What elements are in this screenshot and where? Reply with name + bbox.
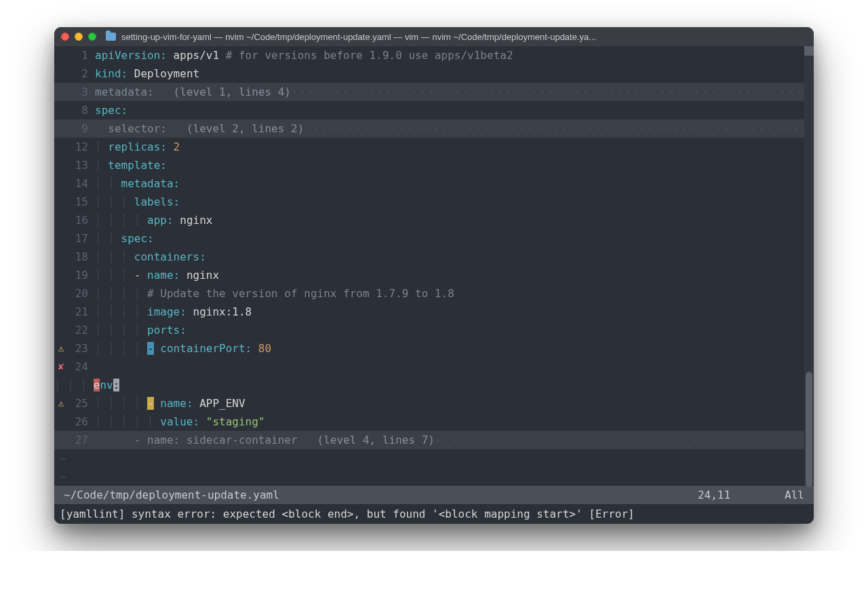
- code-line[interactable]: 26 ┊ ┊ ┊ ┊ ┊ value: "staging": [54, 413, 814, 431]
- line-number: 19: [68, 266, 95, 284]
- error-icon: ✘: [54, 358, 68, 376]
- code-line[interactable]: 15 ┊ ┊ ┊ labels:: [54, 193, 814, 211]
- lint-error-message: [yamllint] syntax error: expected <block…: [60, 508, 635, 520]
- code-line[interactable]: ⚠23 ┊ ┊ ┊ ┊ - containerPort: 80: [54, 339, 814, 358]
- status-filename: ~/Code/tmp/deployment-update.yaml: [64, 489, 279, 501]
- folded-line[interactable]: 27 - name: sidecar-container (level 4, l…: [54, 431, 814, 449]
- line-number: 8: [68, 101, 95, 119]
- code-line[interactable]: ⚠25 ┊ ┊ ┊ ┊ - name: APP_ENV: [54, 394, 814, 413]
- titlebar: setting-up-vim-for-yaml — nvim ~/Code/tm…: [54, 27, 814, 46]
- line-number: 22: [68, 321, 95, 339]
- line-number: 9: [68, 119, 95, 138]
- warning-icon: ⚠: [54, 339, 68, 358]
- statusline: ~/Code/tmp/deployment-update.yaml 24,11 …: [54, 486, 814, 504]
- line-number: 1: [68, 46, 95, 64]
- zoom-icon[interactable]: [88, 33, 96, 41]
- line-number: 14: [68, 174, 95, 193]
- scrollbar-thumb[interactable]: [806, 372, 812, 487]
- minimize-icon[interactable]: [75, 33, 83, 41]
- line-number: 15: [68, 193, 95, 211]
- folded-line[interactable]: 3 metadata: (level 1, lines 4)··········…: [54, 83, 814, 101]
- folder-icon: [106, 33, 116, 41]
- cursor-icon: :: [113, 379, 120, 391]
- folded-line[interactable]: 9 selector: (level 2, lines 2)··········…: [54, 119, 814, 138]
- scrollbar-corner-icon: [804, 46, 814, 56]
- editor[interactable]: 1 apiVersion: apps/v1 # for versions bef…: [54, 46, 814, 486]
- code-line[interactable]: 16 ┊ ┊ ┊ ┊ app: nginx: [54, 211, 814, 229]
- line-number: 17: [68, 229, 95, 248]
- code-line[interactable]: 13 ┊ template:: [54, 156, 814, 174]
- command-line[interactable]: [yamllint] syntax error: expected <block…: [54, 504, 814, 524]
- line-number: 13: [68, 156, 95, 174]
- line-number: 3: [68, 83, 95, 101]
- line-number: 20: [68, 284, 95, 303]
- code-line[interactable]: 20 ┊ ┊ ┊ ┊ # Update the version of nginx…: [54, 284, 814, 303]
- line-number: 2: [68, 64, 95, 83]
- line-number: 21: [68, 303, 95, 321]
- code-line[interactable]: 12 ┊ replicas: 2: [54, 138, 814, 156]
- warning-icon: ⚠: [54, 394, 68, 413]
- line-number: 25: [68, 394, 95, 413]
- status-scroll-pct: All: [785, 489, 804, 501]
- line-number: 16: [68, 211, 95, 229]
- code-line[interactable]: 1 apiVersion: apps/v1 # for versions bef…: [54, 46, 814, 64]
- line-number: 27: [68, 431, 95, 449]
- empty-line-tilde: ~: [54, 449, 814, 467]
- scrollbar-track[interactable]: [804, 46, 814, 486]
- code-line[interactable]: 17 ┊ ┊ spec:: [54, 229, 814, 248]
- code-line[interactable]: 18 ┊ ┊ ┊ containers:: [54, 248, 814, 266]
- code-line[interactable]: 22 ┊ ┊ ┊ ┊ ports:: [54, 321, 814, 339]
- close-icon[interactable]: [61, 33, 69, 41]
- line-number: 18: [68, 248, 95, 266]
- line-number: 26: [68, 413, 95, 431]
- line-number: 24: [68, 358, 95, 376]
- code-line[interactable]: 8 spec:: [54, 101, 814, 119]
- code-line[interactable]: 21 ┊ ┊ ┊ ┊ image: nginx:1.8: [54, 303, 814, 321]
- code-line[interactable]: 2 kind: Deployment: [54, 64, 814, 83]
- empty-line-tilde: ~: [54, 467, 814, 486]
- code-line[interactable]: 14 ┊ ┊ metadata:: [54, 174, 814, 193]
- line-number: 12: [68, 138, 95, 156]
- window-controls: [61, 33, 96, 41]
- line-number: 23: [68, 339, 95, 358]
- code-line[interactable]: 19 ┊ ┊ ┊ - name: nginx: [54, 266, 814, 284]
- terminal-window: setting-up-vim-for-yaml — nvim ~/Code/tm…: [54, 27, 814, 524]
- window-title: setting-up-vim-for-yaml — nvim ~/Code/tm…: [121, 32, 596, 42]
- code-line-cursor[interactable]: ✘24 ┊ ┊ ┊ env:: [54, 358, 814, 394]
- status-cursor-pos: 24,11: [698, 489, 730, 501]
